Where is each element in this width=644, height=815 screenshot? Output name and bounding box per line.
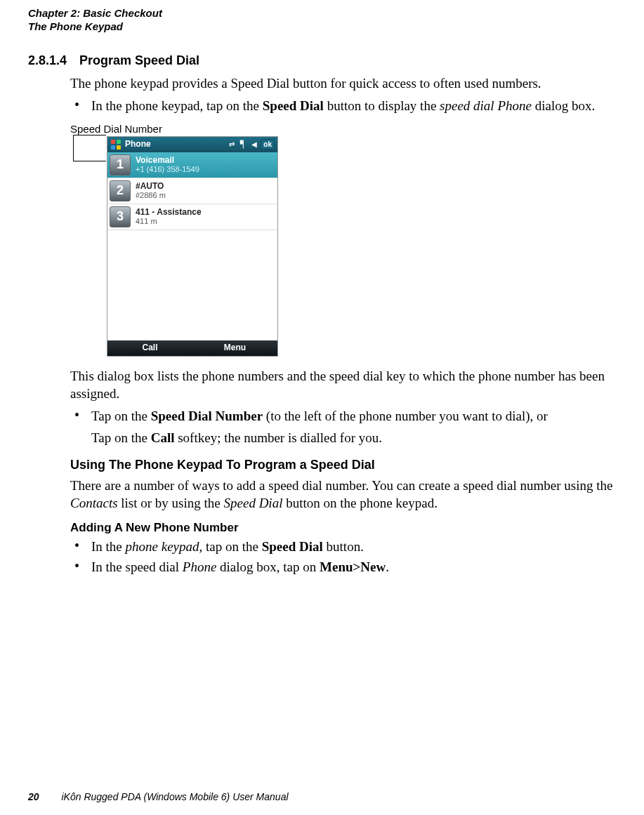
- bullet-list-3: In the phone keypad, tap on the Speed Di…: [70, 538, 616, 576]
- bullet-list-1: In the phone keypad, tap on the Speed Di…: [70, 98, 616, 115]
- list-item: Tap on the Speed Dial Number (to the lef…: [70, 408, 616, 446]
- section-title: Program Speed Dial: [79, 53, 199, 67]
- text-bold: Call: [151, 430, 175, 445]
- page-footer: 20 iKôn Rugged PDA (Windows Mobile 6) Us…: [28, 791, 289, 802]
- subheading-using-keypad: Using The Phone Keypad To Program a Spee…: [70, 457, 616, 473]
- subheading-adding-number: Adding A New Phone Number: [70, 520, 616, 536]
- text: button.: [323, 539, 364, 554]
- contact-name: #AUTO: [136, 182, 277, 192]
- figure-area: Speed Dial Number Phone ⇄ ▝▏ ◀ ok 1: [70, 122, 616, 361]
- speed-dial-list: 1 Voicemail +1 (416) 358-1549 2 #AUTO #2…: [107, 152, 277, 340]
- text-italic: Phone: [183, 559, 217, 574]
- sub1-paragraph: There are a number of ways to add a spee…: [70, 477, 616, 512]
- header-line2: The Phone Keypad: [28, 20, 616, 34]
- text-bold: Speed Dial: [263, 98, 324, 113]
- header-line1: Chapter 2: Basic Checkout: [28, 7, 162, 19]
- section-heading: 2.8.1.4 Program Speed Dial: [28, 53, 616, 68]
- speed-dial-row[interactable]: 3 411 - Assistance 411 m: [107, 204, 277, 230]
- text: .: [386, 559, 389, 574]
- text: , tap on the: [199, 539, 262, 554]
- contact-number: 411 m: [136, 217, 277, 226]
- footer-title: iKôn Rugged PDA (Windows Mobile 6) User …: [61, 791, 288, 802]
- speed-dial-row[interactable]: 2 #AUTO #2886 m: [107, 178, 277, 204]
- page-header: Chapter 2: Basic Checkout The Phone Keyp…: [28, 7, 616, 34]
- signal-icon: ▝▏: [237, 140, 249, 149]
- speed-dial-number-key[interactable]: 1: [110, 154, 131, 175]
- text: dialog box.: [532, 98, 595, 113]
- figure-caption: Speed Dial Number: [70, 122, 162, 136]
- text: button on the phone keypad.: [282, 496, 438, 510]
- text-italic: speed dial Phone: [440, 98, 532, 113]
- sync-icon: ⇄: [229, 140, 235, 149]
- phone-titlebar: Phone ⇄ ▝▏ ◀ ok: [107, 137, 277, 152]
- titlebar-text: Phone: [125, 139, 225, 150]
- text-italic: Contacts: [70, 496, 118, 510]
- section-number: 2.8.1.4: [28, 53, 67, 68]
- text: (to the left of the phone number you wan…: [263, 409, 548, 423]
- list-item: In the phone keypad, tap on the Speed Di…: [70, 538, 616, 556]
- caption-bracket-icon: [73, 135, 106, 161]
- text: Tap on the: [91, 409, 151, 423]
- contact-number: +1 (416) 358-1549: [136, 165, 277, 174]
- text-italic: Speed Dial: [224, 496, 283, 510]
- text: button to display the: [324, 98, 440, 113]
- menu-softkey[interactable]: Menu: [192, 340, 277, 356]
- intro-paragraph: The phone keypad provides a Speed Dial b…: [70, 75, 616, 93]
- bullet-list-2: Tap on the Speed Dial Number (to the lef…: [70, 408, 616, 446]
- text-bold: Menu>New: [320, 559, 386, 574]
- contact-number: #2886 m: [136, 191, 277, 200]
- phone-screenshot: Phone ⇄ ▝▏ ◀ ok 1 Voicemail +1 (416) 358…: [107, 136, 278, 357]
- contact-name: 411 - Assistance: [136, 208, 277, 218]
- text: dialog box, tap on: [216, 559, 320, 574]
- page-number: 20: [28, 791, 39, 802]
- volume-icon: ◀: [251, 140, 257, 149]
- text: softkey; the number is dialled for you.: [174, 430, 382, 445]
- text-bold: Speed Dial: [262, 539, 323, 554]
- text: There are a number of ways to add a spee…: [70, 478, 612, 493]
- speed-dial-number-key[interactable]: 2: [110, 180, 131, 201]
- text-bold: Speed Dial Number: [151, 409, 263, 423]
- text: In the: [91, 539, 126, 554]
- text: In the phone keypad, tap on the: [91, 98, 263, 113]
- speed-dial-row[interactable]: 1 Voicemail +1 (416) 358-1549: [107, 152, 277, 178]
- call-softkey[interactable]: Call: [107, 340, 192, 356]
- list-item: In the speed dial Phone dialog box, tap …: [70, 559, 616, 576]
- contact-name: Voicemail: [136, 156, 277, 166]
- text: Tap on the: [91, 430, 151, 445]
- ok-button[interactable]: ok: [261, 139, 275, 150]
- start-icon[interactable]: [110, 139, 121, 150]
- after-figure-paragraph: This dialog box lists the phone numbers …: [70, 368, 616, 402]
- text: list or by using the: [118, 496, 224, 510]
- softkey-bar: Call Menu: [107, 340, 277, 356]
- list-item: In the phone keypad, tap on the Speed Di…: [70, 98, 616, 115]
- text-italic: phone keypad: [126, 539, 199, 554]
- text: In the speed dial: [91, 559, 183, 574]
- status-icons: ⇄ ▝▏ ◀: [229, 140, 257, 149]
- speed-dial-number-key[interactable]: 3: [110, 206, 131, 227]
